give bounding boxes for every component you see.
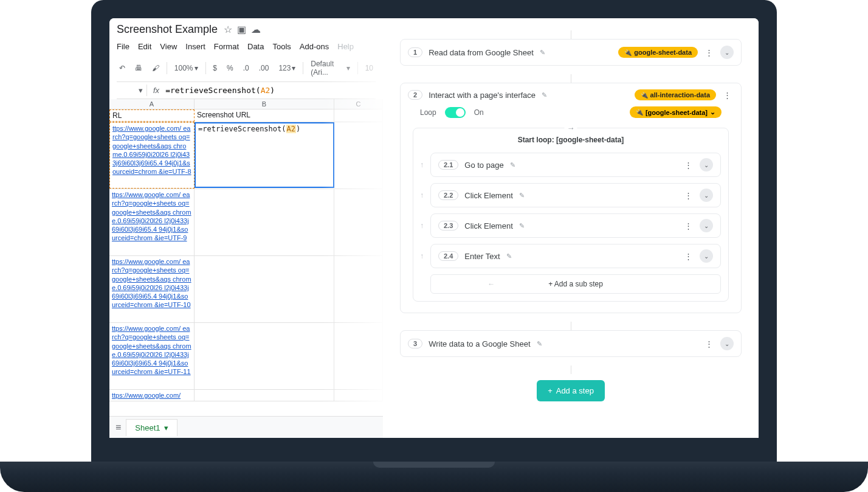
expand-toggle[interactable]: ⌄ bbox=[720, 337, 734, 350]
sheets-panel: Screenshot Example ☆ ▣ ☁ File Edit View … bbox=[109, 18, 383, 438]
empty-cell[interactable] bbox=[334, 256, 383, 322]
edit-icon[interactable]: ✎ bbox=[510, 161, 515, 169]
star-icon[interactable]: ☆ bbox=[224, 24, 232, 35]
print-icon[interactable]: 🖶 bbox=[133, 63, 145, 74]
table-row: ttps://www.google.com/ earch?q=google+sh… bbox=[109, 189, 383, 256]
menu-insert[interactable]: Insert bbox=[185, 42, 205, 51]
edit-icon[interactable]: ✎ bbox=[537, 340, 542, 348]
substep-2-2[interactable]: 2.2 Click Element ✎ ⋮ ⌄ bbox=[430, 183, 721, 207]
more-menu-icon[interactable]: ⋮ bbox=[721, 91, 734, 100]
substep-title: Go to page bbox=[464, 161, 503, 170]
menu-edit[interactable]: Edit bbox=[138, 42, 151, 51]
edit-icon[interactable]: ✎ bbox=[519, 222, 525, 230]
decimal-increase-icon[interactable]: .00 bbox=[257, 63, 272, 74]
percent-icon[interactable]: % bbox=[224, 63, 236, 74]
undo-icon[interactable]: ↶ bbox=[117, 63, 128, 74]
substep-2-1[interactable]: 2.1 Go to page ✎ ⋮ ⌄ bbox=[430, 153, 721, 177]
header-cell-b[interactable]: Screenshot URL bbox=[195, 109, 334, 122]
add-step-button[interactable]: + Add a step bbox=[537, 380, 605, 401]
expand-toggle[interactable]: ⌄ bbox=[700, 189, 713, 202]
move-icon[interactable]: ▣ bbox=[237, 24, 246, 35]
col-header-a[interactable]: A bbox=[109, 99, 195, 109]
menu-help[interactable]: Help bbox=[337, 42, 354, 51]
url-cell[interactable]: ttps://www.google.com/ earch?q=google+sh… bbox=[109, 122, 195, 189]
workflow-step-2[interactable]: 2 Interact with a page's interface ✎ 🔌al… bbox=[400, 83, 742, 313]
workflow-step-3[interactable]: 3 Write data to a Google Sheet ✎ ⋮ ⌄ bbox=[400, 330, 742, 357]
more-menu-icon[interactable]: ⋮ bbox=[682, 191, 695, 200]
more-menu-icon[interactable]: ⋮ bbox=[682, 161, 695, 170]
currency-icon[interactable]: $ bbox=[210, 63, 219, 74]
number-format-dropdown[interactable]: 123 ▾ bbox=[276, 63, 298, 74]
doc-title[interactable]: Screenshot Example bbox=[117, 23, 218, 36]
substep-2-3[interactable]: 2.3 Click Element ✎ ⋮ ⌄ bbox=[430, 213, 721, 238]
more-menu-icon[interactable]: ⋮ bbox=[682, 252, 695, 261]
empty-cell[interactable] bbox=[195, 256, 334, 322]
loop-data-badge[interactable]: 🔌[google-sheet-data] ⌄ bbox=[630, 106, 722, 118]
menu-format[interactable]: Format bbox=[214, 42, 239, 51]
menu-tools[interactable]: Tools bbox=[272, 42, 291, 51]
empty-cell[interactable] bbox=[195, 189, 334, 255]
paint-format-icon[interactable]: 🖌 bbox=[150, 63, 162, 74]
active-cell[interactable]: =retrieveScreenshot(A2) bbox=[195, 122, 334, 188]
grid-body[interactable]: RL Screenshot URL ttps://www.google.com/… bbox=[109, 109, 383, 401]
step-title: Write data to a Google Sheet bbox=[429, 339, 530, 348]
empty-cell[interactable] bbox=[334, 189, 383, 255]
url-cell[interactable]: ttps://www.google.com/ earch?q=google+sh… bbox=[109, 256, 195, 322]
sheet-tab[interactable]: Sheet1 ▾ bbox=[126, 419, 177, 436]
cloud-icon[interactable]: ☁ bbox=[251, 24, 261, 35]
edit-icon[interactable]: ✎ bbox=[542, 91, 547, 99]
empty-cell[interactable] bbox=[195, 323, 334, 389]
expand-toggle[interactable]: ⌄ bbox=[700, 249, 713, 263]
step-number: 2 bbox=[408, 90, 422, 100]
add-substep-button[interactable]: + Add a sub step bbox=[430, 274, 721, 294]
step-title: Read data from Google Sheet bbox=[429, 48, 534, 57]
edit-icon[interactable]: ✎ bbox=[519, 192, 525, 199]
substep-number: 2.3 bbox=[438, 221, 458, 230]
expand-toggle[interactable]: ⌄ bbox=[700, 219, 713, 232]
chevron-down-icon[interactable]: ▾ bbox=[164, 423, 168, 432]
edit-icon[interactable]: ✎ bbox=[540, 49, 545, 57]
expand-toggle[interactable]: ⌄ bbox=[720, 46, 734, 59]
empty-cell[interactable] bbox=[334, 390, 383, 401]
font-dropdown[interactable]: Default (Ari... ▾ bbox=[308, 58, 353, 78]
col-header-b[interactable]: B bbox=[195, 99, 334, 109]
step-actions: 🔌all-interaction-data ⋮ bbox=[635, 89, 734, 100]
substep-actions: ⋮ ⌄ bbox=[682, 219, 713, 232]
url-cell[interactable]: ttps://www.google.com/ earch?q=google+sh… bbox=[109, 189, 195, 255]
plus-icon: + bbox=[548, 386, 553, 395]
col-header-c[interactable]: C bbox=[334, 99, 383, 109]
font-size[interactable]: 10 bbox=[363, 63, 376, 74]
header-icons: ☆ ▣ ☁ bbox=[224, 24, 261, 35]
data-badge[interactable]: 🔌all-interaction-data bbox=[635, 89, 716, 100]
edit-icon[interactable]: ✎ bbox=[506, 252, 512, 260]
url-cell[interactable]: ttps://www.google.com/ earch?q=google+sh… bbox=[109, 323, 195, 389]
menu-addons[interactable]: Add-ons bbox=[300, 42, 329, 51]
empty-cell[interactable] bbox=[334, 323, 383, 389]
screen: Screenshot Example ☆ ▣ ☁ File Edit View … bbox=[109, 18, 759, 438]
menu-file[interactable]: File bbox=[117, 42, 129, 51]
loop-toggle[interactable] bbox=[445, 107, 466, 118]
connector bbox=[571, 322, 571, 330]
url-cell[interactable]: ttps://www.google.com/ bbox=[109, 390, 195, 401]
workflow-panel: 1 Read data from Google Sheet ✎ 🔌google-… bbox=[383, 18, 759, 438]
empty-cell[interactable] bbox=[195, 390, 334, 401]
substep-2-4[interactable]: 2.4 Enter Text ✎ ⋮ ⌄ bbox=[430, 244, 721, 268]
all-sheets-icon[interactable]: ≡ bbox=[115, 422, 121, 433]
expand-toggle[interactable]: ⌄ bbox=[700, 158, 713, 172]
name-box[interactable]: ▾ bbox=[117, 85, 147, 96]
step-number: 3 bbox=[408, 339, 422, 348]
workflow-step-1[interactable]: 1 Read data from Google Sheet ✎ 🔌google-… bbox=[400, 39, 742, 66]
zoom-dropdown[interactable]: 100% ▾ bbox=[172, 63, 201, 74]
data-badge[interactable]: 🔌google-sheet-data bbox=[618, 47, 698, 58]
empty-cell[interactable] bbox=[334, 122, 383, 189]
header-cell-a[interactable]: RL bbox=[109, 109, 195, 122]
more-menu-icon[interactable]: ⋮ bbox=[682, 221, 695, 230]
substep-title: Enter Text bbox=[464, 252, 500, 261]
formula-input[interactable]: =retrieveScreenshot(A2) bbox=[165, 86, 376, 95]
decimal-decrease-icon[interactable]: .0 bbox=[241, 63, 252, 74]
more-menu-icon[interactable]: ⋮ bbox=[703, 48, 715, 57]
empty-cell[interactable] bbox=[334, 109, 383, 122]
more-menu-icon[interactable]: ⋮ bbox=[703, 339, 715, 348]
menu-data[interactable]: Data bbox=[247, 42, 264, 51]
menu-view[interactable]: View bbox=[160, 42, 177, 51]
